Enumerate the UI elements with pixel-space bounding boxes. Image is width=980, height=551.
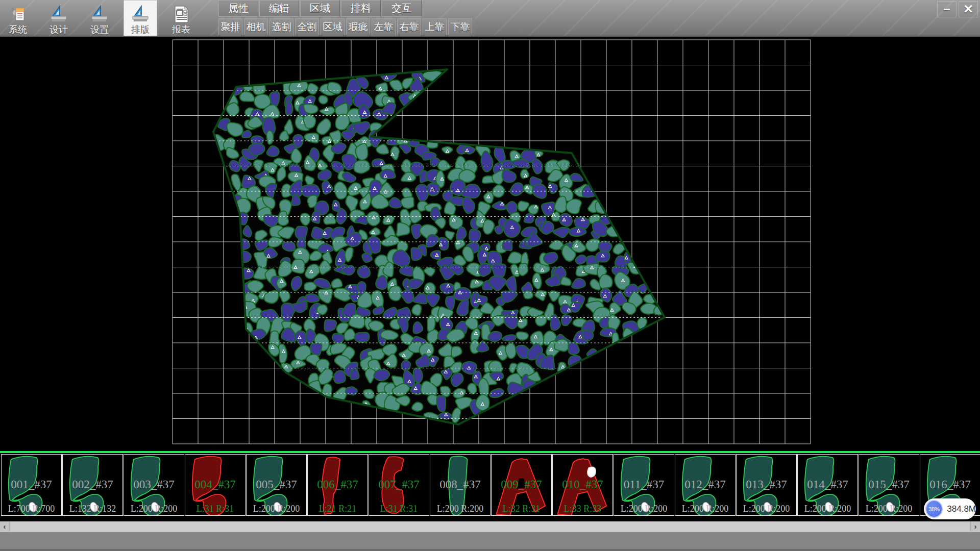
pattern-cell-013_#37[interactable]: 013_#37L:200 R:200: [736, 454, 797, 516]
design-ruler-icon: [50, 5, 68, 23]
pattern-cell-015_#37[interactable]: 015_#37L:200 R:200: [859, 454, 919, 516]
menu-item-2[interactable]: 编辑: [259, 0, 299, 17]
pattern-cell-name: 005_#37: [247, 478, 306, 491]
toolbar-button-5[interactable]: 报表: [164, 0, 198, 36]
tool-item-1[interactable]: 聚排: [218, 18, 242, 35]
pattern-cell-007_#37[interactable]: 007_#37L:31 R:31: [369, 454, 429, 516]
report-doc-icon: [172, 5, 190, 23]
canvas-svg: [0, 37, 980, 451]
strip-divider-line: [0, 451, 980, 453]
tool-item-10[interactable]: 下靠: [448, 18, 472, 35]
toolbar-button-1[interactable]: 系统: [1, 0, 35, 36]
pattern-cell-name: 010_#37: [553, 478, 612, 491]
tool-item-9[interactable]: 上靠: [423, 18, 447, 35]
pattern-cell-lr-count: L:132 R:132: [63, 504, 122, 514]
scroll-left-icon[interactable]: ‹: [0, 521, 10, 531]
tool-item-2[interactable]: 相机: [244, 18, 268, 35]
pattern-cell-name: 006_#37: [308, 478, 368, 491]
nesting-canvas[interactable]: [0, 37, 980, 451]
toolbar-button-3[interactable]: 设置: [83, 0, 116, 36]
toolbar-button-label: 排版: [131, 24, 150, 35]
pattern-cell-003_#37[interactable]: 003_#37L:200 R:200: [124, 454, 184, 516]
pattern-cell-lr-count: L:200 R:200: [430, 504, 490, 514]
tool-item-4[interactable]: 全割: [295, 18, 319, 35]
pattern-cell-name: 013_#37: [737, 478, 796, 491]
toolbar-button-label: 设置: [90, 24, 109, 35]
window-controls: − ✕: [935, 1, 978, 17]
toolbar-button-4[interactable]: 排版: [124, 0, 157, 36]
tool-item-7[interactable]: 左靠: [372, 18, 396, 35]
minimize-button[interactable]: −: [937, 1, 957, 17]
pattern-cell-006_#37[interactable]: 006_#37L:21 R:21: [307, 454, 368, 516]
pattern-cell-001_#37[interactable]: 001_#37L:700 R:700: [1, 454, 62, 516]
pattern-cell-009_#37[interactable]: 009_#37L:32 R:31: [491, 454, 552, 516]
close-button[interactable]: ✕: [959, 1, 978, 17]
progress-percent: 38%: [928, 506, 940, 512]
main-toolbar: 系统设计设置排版报表: [1, 0, 205, 36]
pattern-cell-lr-count: L:31 R:31: [185, 504, 245, 514]
menu-bar: 属性编辑区域排料交互: [218, 0, 423, 17]
pattern-cell-lr-count: L:200 R:200: [247, 504, 306, 514]
titlebar: 系统设计设置排版报表 属性编辑区域排料交互 聚排相机选割全割区域瑕疵左靠右靠上靠…: [0, 0, 980, 37]
pattern-cell-lr-count: L:200 R:200: [614, 504, 674, 514]
pattern-cell-name: 011_#37: [614, 478, 674, 491]
pattern-cell-008_#37[interactable]: 008_#37L:200 R:200: [430, 454, 491, 516]
pattern-cell-name: 014_#37: [798, 478, 857, 491]
pattern-cell-name: 008_#37: [430, 478, 490, 491]
pattern-cell-lr-count: L:200 R:200: [798, 504, 857, 514]
menu-item-3[interactable]: 区域: [300, 0, 340, 17]
layout-ruler-icon: [131, 5, 150, 23]
status-bar: [0, 531, 980, 551]
pattern-cell-lr-count: L:32 R:31: [492, 504, 551, 514]
pattern-cell-lr-count: L:200 R:200: [675, 504, 735, 514]
toolbar-button-label: 报表: [172, 24, 190, 35]
pattern-cell-005_#37[interactable]: 005_#37L:200 R:200: [246, 454, 307, 516]
tool-item-8[interactable]: 右靠: [397, 18, 421, 35]
scroll-right-icon[interactable]: ›: [970, 521, 980, 531]
pattern-cells: 001_#37L:700 R:700002_#37L:132 R:132003_…: [1, 454, 980, 516]
progress-circle: 38%: [925, 500, 943, 518]
pattern-cell-name: 016_#37: [920, 478, 980, 491]
pattern-cell-lr-count: L:200 R:200: [737, 504, 796, 514]
pattern-cell-name: 003_#37: [124, 478, 184, 491]
pattern-cell-014_#37[interactable]: 014_#37L:200 R:200: [797, 454, 858, 516]
tool-item-3[interactable]: 选割: [270, 18, 293, 35]
toolbar-button-2[interactable]: 设计: [42, 0, 76, 36]
pattern-cell-lr-count: L:200 R:200: [124, 504, 184, 514]
tool-item-5[interactable]: 区域: [321, 18, 345, 35]
pattern-cell-name: 001_#37: [2, 478, 61, 491]
settings-ruler-icon: [90, 5, 109, 23]
pattern-cell-011_#37[interactable]: 011_#37L:200 R:200: [614, 454, 674, 516]
pattern-cell-002_#37[interactable]: 002_#37L:132 R:132: [62, 454, 123, 516]
pattern-cell-name: 015_#37: [859, 478, 919, 491]
pattern-cell-012_#37[interactable]: 012_#37L:200 R:200: [675, 454, 736, 516]
menu-item-5[interactable]: 交互: [382, 0, 422, 17]
pattern-cell-lr-count: L:33 R:33: [553, 504, 612, 514]
pattern-strip: 001_#37L:700 R:700002_#37L:132 R:132003_…: [0, 451, 980, 521]
tool-item-6[interactable]: 瑕疵: [346, 18, 370, 35]
pattern-cell-name: 007_#37: [369, 478, 429, 491]
pattern-cell-lr-count: L:200 R:200: [859, 504, 919, 514]
pattern-cell-lr-count: L:700 R:700: [2, 504, 61, 514]
pattern-cell-name: 002_#37: [63, 478, 122, 491]
system-gear-icon: [9, 5, 27, 23]
menu-item-1[interactable]: 属性: [218, 0, 258, 17]
pattern-cell-004_#37[interactable]: 004_#37L:31 R:31: [185, 454, 246, 516]
pattern-cell-lr-count: L:31 R:31: [369, 504, 429, 514]
pattern-cell-name: 009_#37: [492, 478, 551, 491]
pattern-cell-name: 012_#37: [675, 478, 735, 491]
toolbar-button-label: 设计: [50, 24, 68, 35]
memory-size-label: 384.8M: [947, 504, 976, 514]
pattern-cell-lr-count: L:21 R:21: [308, 504, 368, 514]
menu-item-4[interactable]: 排料: [341, 0, 381, 17]
pattern-cell-name: 004_#37: [185, 478, 245, 491]
toolbar-button-label: 系统: [9, 24, 27, 35]
progress-badge[interactable]: 38% 384.8M: [924, 498, 976, 519]
pattern-cell-010_#37[interactable]: 010_#37L:33 R:33: [552, 454, 613, 516]
horizontal-scrollbar[interactable]: ‹ ›: [0, 521, 980, 531]
tool-bar: 聚排相机选割全割区域瑕疵左靠右靠上靠下靠: [218, 18, 476, 36]
